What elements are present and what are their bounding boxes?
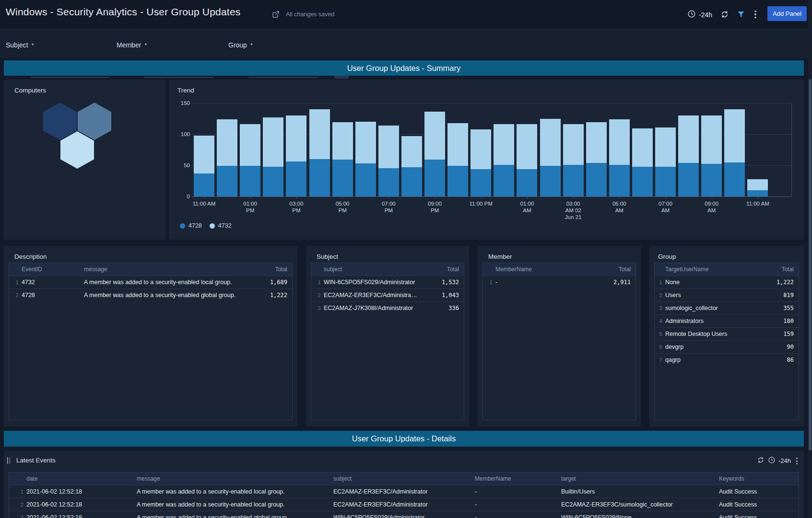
kebab-menu-icon[interactable] <box>794 457 799 465</box>
trend-bar[interactable] <box>678 115 699 196</box>
trend-bar[interactable] <box>424 112 445 196</box>
table-row[interactable]: 12021-06-02 12:52:18A member was added t… <box>9 485 799 498</box>
trend-bar[interactable] <box>355 122 376 196</box>
trend-bar[interactable] <box>309 109 330 196</box>
cell-message: A member was added to a security-enabled… <box>81 292 248 299</box>
cell-targetusername: Administrators <box>662 318 753 324</box>
cell-subject: WIN-6C5PO5FS029/Administrator <box>330 514 472 518</box>
trend-bar[interactable] <box>194 136 214 196</box>
refresh-icon[interactable] <box>720 10 729 19</box>
trend-bar[interactable] <box>217 119 237 196</box>
trend-bar[interactable] <box>563 124 584 196</box>
bar-segment-4732 <box>263 117 283 167</box>
row-number: 3 <box>655 305 662 311</box>
trend-bar[interactable] <box>286 115 306 196</box>
cell-membername: - <box>472 501 558 508</box>
bar-segment-4732 <box>632 128 653 166</box>
scrollbar-thumb[interactable] <box>809 79 812 450</box>
x-axis-tick-label: 01:00PM <box>243 200 257 214</box>
table-row[interactable]: 14732A member was added to a security-en… <box>9 276 292 288</box>
table-row[interactable]: 2Users819 <box>655 288 799 301</box>
table-row[interactable]: 32021-06-02 12:52:18A member was added t… <box>9 511 799 518</box>
table-row[interactable]: 3EC2AMAZ-J7K308I/Administrator336 <box>311 301 464 314</box>
table-row[interactable]: 24728A member was added to a security-en… <box>9 288 292 301</box>
trend-bar[interactable] <box>401 136 422 196</box>
bar-segment-4728 <box>609 165 630 196</box>
page-title: Windows - Security Analytics - User Grou… <box>6 6 240 18</box>
trend-bar[interactable] <box>632 128 653 196</box>
bar-segment-4728 <box>401 167 422 196</box>
bar-segment-4728 <box>424 160 445 196</box>
table-row[interactable]: 1None1,222 <box>655 276 799 288</box>
table-header-row: datemessagesubjectMemberNametargetKeywor… <box>9 472 799 485</box>
bar-segment-4732 <box>378 126 399 169</box>
honeycomb-cell[interactable] <box>78 103 111 140</box>
trend-bar[interactable] <box>471 129 491 196</box>
trend-bar[interactable] <box>586 122 607 196</box>
details-banner: User Group Updates - Details <box>4 431 804 447</box>
legend-dot <box>180 223 185 229</box>
cell-total: 1,532 <box>421 279 464 286</box>
table-row[interactable]: 3sumologic_collector355 <box>655 301 799 314</box>
column-header-message: message <box>134 475 330 482</box>
subject-panel-title: Subject <box>317 253 338 260</box>
x-axis-tick <box>527 196 528 198</box>
row-number: 1 <box>655 279 662 285</box>
drag-handle-icon[interactable] <box>7 457 11 464</box>
row-number: 2 <box>655 292 662 298</box>
trend-bar[interactable] <box>240 124 260 196</box>
clock-icon <box>687 10 696 20</box>
table-row[interactable]: 5Remote Desktop Users159 <box>655 327 799 340</box>
table-row[interactable]: 1WIN-6C5PO5FS029/Administrator1,532 <box>311 276 464 288</box>
x-axis-tick-label: 03:00AM 02Jun 21 <box>565 200 582 220</box>
honeycomb-cell[interactable] <box>60 131 94 169</box>
table-row[interactable]: 6devgrp90 <box>655 340 799 353</box>
x-axis-tick <box>342 196 343 198</box>
add-panel-button[interactable]: Add Panel <box>767 6 807 21</box>
bar-segment-4728 <box>655 167 676 196</box>
trend-bar[interactable] <box>494 124 514 196</box>
bar-segment-4728 <box>494 165 514 196</box>
trend-bar[interactable] <box>701 115 722 196</box>
x-axis-tick-label: 07:00PM <box>382 200 396 214</box>
row-number: 3 <box>9 515 24 518</box>
trend-bar[interactable] <box>747 179 768 196</box>
filter-icon[interactable] <box>737 10 745 19</box>
legend-item-4732[interactable]: 4732 <box>210 222 232 229</box>
trend-bar[interactable] <box>332 122 353 196</box>
computers-panel-title: Computers <box>14 87 46 94</box>
bar-segment-4732 <box>724 109 745 162</box>
table-row[interactable]: 4Administrators180 <box>655 314 799 327</box>
table-row[interactable]: 1-2,911 <box>483 276 635 288</box>
column-header-total: Total <box>248 266 292 273</box>
cell-membername: - <box>472 488 558 495</box>
time-range-control[interactable]: -24h <box>687 10 712 20</box>
table-row[interactable]: 2EC2AMAZ-ER3EF3C/Administrator1,043 <box>311 288 464 301</box>
trend-bar[interactable] <box>655 127 676 196</box>
clock-icon[interactable] <box>768 456 776 464</box>
legend-item-4728[interactable]: 4728 <box>180 222 202 229</box>
share-icon[interactable] <box>271 10 280 19</box>
bar-segment-4732 <box>678 115 699 163</box>
trend-bar[interactable] <box>724 109 745 196</box>
cell-date: 2021-06-02 12:52:18 <box>24 488 134 495</box>
honeycomb-cell[interactable] <box>43 103 77 140</box>
trend-bar[interactable] <box>540 119 561 197</box>
dashboard-header: Windows - Security Analytics - User Grou… <box>0 0 812 29</box>
trend-bar[interactable] <box>517 124 537 196</box>
trend-bar[interactable] <box>447 123 468 196</box>
refresh-icon[interactable] <box>757 456 765 464</box>
table-row[interactable]: 7qagrp86 <box>655 353 799 366</box>
trend-bar[interactable] <box>378 126 399 196</box>
column-header-targetusername: TargetUserName <box>662 266 753 273</box>
kebab-menu-icon[interactable] <box>752 10 759 19</box>
table-row[interactable]: 22021-06-02 12:52:18A member was added t… <box>9 498 799 511</box>
trend-bar[interactable] <box>609 119 630 196</box>
bar-segment-4732 <box>240 124 260 166</box>
trend-bar[interactable] <box>263 117 283 196</box>
cell-target: Builtin/Users <box>558 488 716 495</box>
cell-total: 355 <box>753 305 799 311</box>
y-axis-tick-label: 50 <box>171 162 190 168</box>
cell-total: 180 <box>753 318 799 324</box>
latest-events-time-range[interactable]: -24h <box>778 457 791 464</box>
